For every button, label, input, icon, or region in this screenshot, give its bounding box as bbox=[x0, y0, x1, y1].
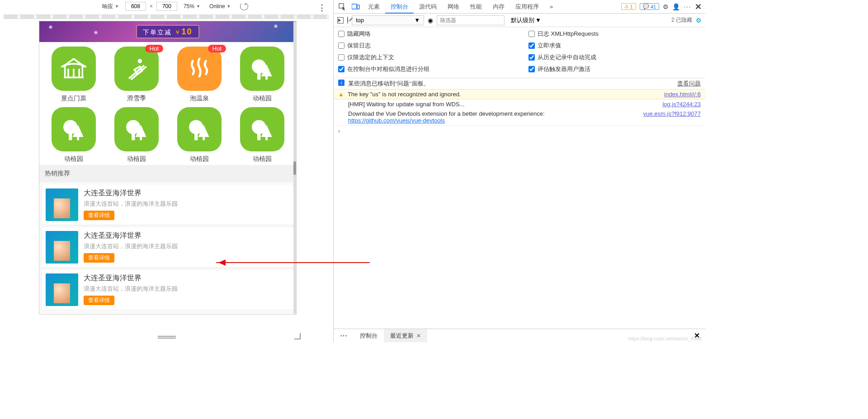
execution-play-icon[interactable] bbox=[337, 17, 344, 24]
console-prompt[interactable]: › bbox=[334, 125, 705, 136]
tree-icon bbox=[240, 47, 284, 91]
category-item[interactable]: 动植园 bbox=[168, 107, 231, 163]
hmr-source-link[interactable]: log.js?4244:23 bbox=[662, 101, 701, 108]
warning-source-link[interactable]: index.html#/:6 bbox=[664, 91, 701, 98]
filter-input[interactable] bbox=[437, 15, 505, 25]
width-input[interactable] bbox=[125, 2, 146, 11]
dimension-x: × bbox=[150, 3, 153, 9]
tree-icon bbox=[177, 107, 222, 151]
zoom-select[interactable]: 75%▼ bbox=[181, 3, 203, 9]
category-item[interactable]: 动植园 bbox=[105, 107, 168, 163]
tab-application[interactable]: 应用程序 bbox=[510, 0, 544, 13]
hot-thumbnail bbox=[46, 188, 78, 221]
resize-handle-bottom[interactable] bbox=[158, 336, 176, 339]
info-badge[interactable]: 💬 41 bbox=[640, 3, 659, 10]
inspect-icon[interactable] bbox=[335, 0, 349, 13]
drawer-tab-close-icon[interactable]: ✕ bbox=[416, 333, 421, 339]
hot-card[interactable]: 大连圣亚海洋世界浪漫大连首站，浪漫的海洋主题乐园查看详情 bbox=[42, 185, 293, 225]
hotspring-icon bbox=[177, 47, 222, 91]
console-settings-icon[interactable]: ⚙ bbox=[696, 17, 702, 24]
throttle-select[interactable]: Online▼ bbox=[207, 3, 234, 9]
console-output: i 某些消息已移动到"问题"面板。 查看问题 ▲ The key "us" is… bbox=[334, 78, 705, 329]
hot-title: 大连圣亚海洋世界 bbox=[84, 273, 178, 283]
hidden-count[interactable]: 2 已隐藏 bbox=[671, 16, 692, 24]
resize-handle-corner[interactable] bbox=[294, 333, 301, 339]
settings-icon[interactable]: ⚙ bbox=[663, 3, 669, 10]
opt-log-xhr[interactable]: 日志 XMLHttpRequests bbox=[528, 30, 701, 38]
hot-section-title: 热销推荐 bbox=[39, 165, 296, 182]
category-item[interactable]: 动植园 bbox=[231, 47, 293, 103]
tree-icon bbox=[114, 107, 159, 151]
category-label: 动植园 bbox=[127, 155, 146, 163]
height-input[interactable] bbox=[156, 2, 177, 11]
hot-badge: Hot bbox=[208, 45, 226, 52]
tab-memory[interactable]: 内存 bbox=[487, 0, 510, 13]
warning-icon: ▲ bbox=[338, 91, 344, 98]
vue-source-link[interactable]: vue.esm.js?f912:9077 bbox=[643, 110, 701, 117]
console-toolbar: top▼ ◉ 默认级别▼ 2 已隐藏 ⚙ bbox=[334, 14, 705, 27]
category-label: 动植园 bbox=[64, 155, 83, 163]
drawer-tab-console[interactable]: 控制台 bbox=[354, 329, 384, 342]
tab-performance[interactable]: 性能 bbox=[465, 0, 487, 13]
tab-elements[interactable]: 元素 bbox=[363, 0, 385, 13]
issues-info-row: i 某些消息已移动到"问题"面板。 查看问题 bbox=[334, 78, 705, 89]
view-details-button[interactable]: 查看详情 bbox=[84, 211, 114, 220]
svg-rect-1 bbox=[352, 4, 357, 9]
ski-icon bbox=[114, 47, 159, 91]
device-mode-icon[interactable] bbox=[349, 0, 363, 13]
live-expressions-icon[interactable]: ◉ bbox=[428, 17, 433, 24]
view-details-button[interactable]: 查看详情 bbox=[84, 296, 114, 305]
category-label: 动植园 bbox=[253, 155, 272, 163]
hot-card[interactable]: 大连圣亚海洋世界浪漫大连首站，浪漫的海洋主题乐园查看详情 bbox=[42, 270, 293, 310]
account-icon[interactable]: 👤 bbox=[672, 3, 680, 10]
drawer-tab-recent[interactable]: 最近更新✕ bbox=[384, 329, 427, 342]
category-item[interactable]: 景点门票 bbox=[42, 47, 105, 103]
category-item[interactable]: 动植园 bbox=[42, 107, 105, 163]
tab-network[interactable]: 网络 bbox=[442, 0, 465, 13]
category-item[interactable]: Hot滑雪季 bbox=[105, 47, 168, 103]
ruler-horizontal bbox=[4, 14, 329, 19]
svg-rect-2 bbox=[357, 5, 359, 9]
category-label: 动植园 bbox=[253, 94, 272, 103]
devtools-close-icon[interactable]: ✕ bbox=[695, 2, 702, 12]
opt-eval-user-act[interactable]: 评估触发器用户激活 bbox=[528, 65, 701, 73]
opt-eager-eval[interactable]: 立即求值 bbox=[528, 42, 701, 50]
device-frame: 下单立减￥10 景点门票Hot滑雪季Hot泡温泉动植园动植园动植园动植园动植园 … bbox=[39, 21, 297, 315]
device-scrollbar[interactable] bbox=[293, 21, 296, 314]
tab-console[interactable]: 控制台 bbox=[385, 0, 414, 13]
view-issues-link[interactable]: 查看问题 bbox=[677, 80, 701, 88]
promo-banner[interactable]: 下单立减￥10 bbox=[39, 21, 296, 42]
rotate-button[interactable] bbox=[237, 2, 251, 10]
opt-group-similar[interactable]: 在控制台中对相似消息进行分组 bbox=[338, 65, 510, 73]
devtools-more-icon[interactable]: ··· bbox=[684, 3, 691, 10]
hot-thumbnail bbox=[46, 231, 78, 264]
vue-devtools-row: Download the Vue Devtools extension for … bbox=[334, 109, 705, 125]
category-label: 景点门票 bbox=[61, 94, 86, 103]
opt-autocomplete-hist[interactable]: 从历史记录中自动完成 bbox=[528, 53, 701, 61]
drawer-more-icon[interactable]: ⋯ bbox=[334, 331, 354, 340]
hot-card[interactable]: 大连圣亚海洋世界浪漫大连首站，浪漫的海洋主题乐园查看详情 bbox=[42, 227, 293, 267]
hmr-row: [HMR] Waiting for update signal from WDS… bbox=[334, 99, 705, 109]
hot-title: 大连圣亚海洋世界 bbox=[84, 188, 178, 198]
hot-title: 大连圣亚海洋世界 bbox=[84, 231, 178, 240]
hot-desc: 浪漫大连首站，浪漫的海洋主题乐园 bbox=[84, 285, 178, 293]
hot-desc: 浪漫大连首站，浪漫的海洋主题乐园 bbox=[84, 242, 178, 250]
warnings-badge[interactable]: ⚠ 1 bbox=[621, 3, 636, 10]
opt-hide-network[interactable]: 隐藏网络 bbox=[338, 30, 510, 38]
context-select[interactable]: top▼ bbox=[352, 15, 424, 25]
responsive-select[interactable]: 响应▼ bbox=[99, 3, 122, 10]
tabs-overflow[interactable]: » bbox=[544, 0, 558, 13]
vue-devtools-link[interactable]: https://github.com/vuejs/vue-devtools bbox=[348, 117, 445, 124]
category-item[interactable]: 动植园 bbox=[231, 107, 293, 163]
clear-console-icon[interactable] bbox=[347, 17, 348, 24]
category-label: 动植园 bbox=[190, 155, 209, 163]
category-item[interactable]: Hot泡温泉 bbox=[168, 47, 231, 103]
console-options: 隐藏网络 日志 XMLHttpRequests 保留日志 立即求值 仅限选定的上… bbox=[334, 27, 705, 78]
opt-selected-ctx[interactable]: 仅限选定的上下文 bbox=[338, 53, 510, 61]
device-more-icon[interactable]: ⋮ bbox=[318, 3, 326, 13]
log-level-select[interactable]: 默认级别▼ bbox=[508, 16, 544, 24]
view-details-button[interactable]: 查看详情 bbox=[84, 253, 114, 263]
tab-sources[interactable]: 源代码 bbox=[414, 0, 442, 13]
category-label: 滑雪季 bbox=[127, 94, 146, 103]
opt-preserve-log[interactable]: 保留日志 bbox=[338, 42, 510, 50]
